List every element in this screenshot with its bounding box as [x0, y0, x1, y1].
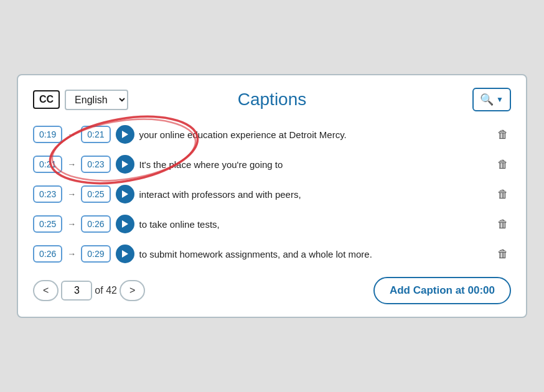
svg-marker-3 [122, 161, 128, 168]
start-time-3[interactable]: 0:25 [33, 215, 62, 233]
header-left: CC English Spanish French [33, 90, 128, 110]
arrow-icon-3: → [67, 219, 76, 229]
start-time-2[interactable]: 0:23 [33, 185, 62, 203]
caption-text-3: to take online tests, [139, 218, 490, 231]
add-caption-button[interactable]: Add Caption at 00:00 [373, 277, 511, 304]
panel-footer: < of 42 > Add Caption at 00:00 [33, 277, 511, 304]
caption-text-1: It's the place where you're going to [139, 158, 490, 171]
end-time-1[interactable]: 0:23 [81, 156, 110, 173]
panel-header: CC English Spanish French Captions 🔍 ▼ [33, 88, 511, 111]
delete-button-2[interactable]: 🗑 [495, 187, 511, 202]
cc-button[interactable]: CC [33, 90, 60, 109]
caption-text-2: interact with professors and with peers, [139, 188, 490, 201]
table-row: 0:21 → 0:23 It's the place where you're … [33, 152, 511, 176]
delete-button-4[interactable]: 🗑 [495, 246, 511, 262]
start-time-0[interactable]: 0:19 [33, 126, 62, 143]
search-icon: 🔍 [480, 93, 494, 106]
play-button-2[interactable] [116, 185, 134, 203]
end-time-2[interactable]: 0:25 [81, 185, 110, 203]
caption-list: 0:19 → 0:21 your online education experi… [33, 123, 511, 266]
arrow-icon-1: → [67, 159, 76, 169]
arrow-icon-4: → [67, 249, 76, 259]
caption-text-4: to submit homework assignments, and a wh… [139, 248, 490, 261]
play-button-1[interactable] [116, 155, 134, 174]
play-button-3[interactable] [116, 215, 134, 233]
start-time-4[interactable]: 0:26 [33, 245, 62, 263]
end-time-3[interactable]: 0:26 [81, 215, 110, 233]
end-time-4[interactable]: 0:29 [81, 245, 110, 263]
play-button-4[interactable] [116, 245, 134, 263]
prev-page-button[interactable]: < [33, 280, 59, 301]
end-time-0[interactable]: 0:21 [81, 126, 110, 143]
table-row: 0:23 → 0:25 interact with professors and… [33, 182, 511, 206]
delete-button-0[interactable]: 🗑 [495, 127, 511, 142]
table-row: 0:19 → 0:21 your online education experi… [33, 123, 511, 146]
svg-marker-2 [122, 131, 128, 138]
pagination: < of 42 > [33, 280, 145, 301]
caption-text-0: your online education experience at Detr… [139, 128, 490, 141]
page-total: of 42 [95, 285, 117, 296]
start-time-1[interactable]: 0:21 [33, 156, 62, 173]
page-title: Captions [238, 90, 307, 110]
arrow-icon-2: → [67, 189, 76, 199]
table-row: 0:25 → 0:26 to take online tests, 🗑 [33, 212, 511, 236]
captions-panel: CC English Spanish French Captions 🔍 ▼ 0… [17, 74, 527, 318]
language-select[interactable]: English Spanish French [65, 90, 128, 110]
arrow-icon-0: → [67, 129, 76, 139]
delete-button-3[interactable]: 🗑 [495, 217, 511, 232]
page-number-input[interactable] [61, 281, 92, 301]
play-button-0[interactable] [116, 125, 134, 144]
dropdown-arrow-icon: ▼ [496, 95, 504, 104]
table-row: 0:26 → 0:29 to submit homework assignmen… [33, 242, 511, 266]
svg-marker-5 [122, 220, 128, 228]
search-button[interactable]: 🔍 ▼ [472, 88, 511, 111]
svg-marker-6 [122, 250, 128, 258]
next-page-button[interactable]: > [120, 280, 145, 301]
svg-marker-4 [122, 190, 128, 198]
delete-button-1[interactable]: 🗑 [495, 157, 511, 172]
